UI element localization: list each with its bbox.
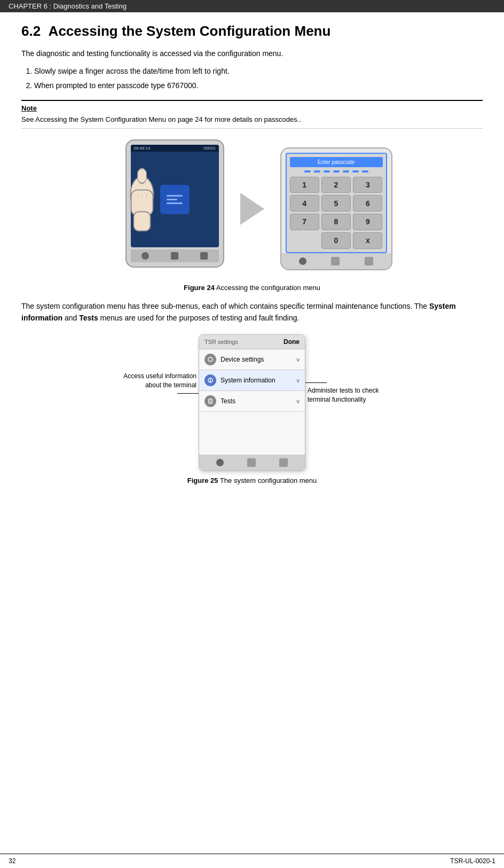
chapter-header-text: CHAPTER 6 : Diagnostics and Testing — [9, 2, 127, 10]
menu-item-tests[interactable]: Tests v — [199, 391, 305, 412]
config-menu-mockup: TSR settings Done Device settings v Syst… — [199, 334, 305, 471]
passcode-dot-2 — [314, 170, 320, 173]
config-menu-title: TSR settings — [204, 339, 238, 345]
config-bottom-icon-2 — [247, 458, 256, 467]
figure-24-caption-text: Accessing the configuration menu — [215, 284, 320, 292]
passcode-device-mockup: Enter passcode 1 2 3 4 5 6 — [280, 147, 392, 270]
page-number: 32 — [9, 857, 15, 865]
right-connector-line — [305, 382, 327, 383]
bold-tests: Tests — [79, 314, 98, 322]
key-2[interactable]: 2 — [321, 177, 351, 193]
passcode-screen: Enter passcode 1 2 3 4 5 6 — [286, 153, 387, 253]
config-menu-done[interactable]: Done — [284, 338, 300, 346]
device-settings-icon — [204, 354, 216, 365]
key-1[interactable]: 1 — [290, 177, 319, 193]
key-x[interactable]: x — [353, 232, 382, 249]
svg-point-13 — [210, 379, 211, 380]
config-menu-header: TSR settings Done — [199, 335, 305, 349]
figure-25-area: Access useful information about the term… — [21, 334, 483, 471]
swipe-device-figure: 08:46:14 00010 — [112, 139, 224, 278]
tests-chevron: v — [297, 398, 300, 404]
note-label: Note — [21, 104, 483, 112]
key-9[interactable]: 9 — [353, 214, 382, 230]
passcode-bottom-screen-icon — [365, 257, 373, 265]
svg-point-10 — [208, 357, 212, 362]
svg-rect-6 — [133, 212, 150, 231]
config-bottom-icon-3 — [279, 458, 288, 467]
right-connector — [305, 382, 327, 383]
device-settings-label: Device settings — [220, 356, 293, 363]
system-info-icon — [204, 374, 216, 386]
transition-arrow-icon — [240, 193, 264, 225]
key-8[interactable]: 8 — [321, 214, 351, 230]
page-footer: 32 TSR-UL-0020-1 — [0, 854, 504, 868]
figure-25-label: Figure 25 — [187, 476, 218, 484]
left-annotation: Access useful information about the term… — [113, 334, 199, 394]
svg-rect-14 — [209, 399, 212, 403]
tests-icon — [204, 395, 216, 407]
passcode-bottom-info-icon — [299, 257, 306, 265]
key-3[interactable]: 3 — [353, 177, 382, 193]
passcode-title: Enter passcode — [290, 157, 383, 167]
system-info-chevron: v — [297, 377, 300, 384]
tests-label: Tests — [220, 397, 293, 405]
hand-illustration — [107, 166, 171, 257]
passcode-dot-1 — [304, 170, 311, 173]
passcode-device-bottom-tray — [281, 253, 391, 269]
step-2: When prompted to enter passcode type 676… — [34, 80, 483, 91]
document-id: TSR-UL-0020-1 — [450, 857, 495, 865]
tray-icon-screen — [200, 252, 208, 260]
passcode-dot-4 — [333, 170, 340, 173]
left-connector — [177, 393, 199, 394]
config-bottom-icon-1 — [216, 459, 224, 466]
figure-25-caption: Figure 25 The system configuration menu — [21, 476, 483, 484]
key-6[interactable]: 6 — [353, 195, 382, 212]
passcode-keypad: 1 2 3 4 5 6 7 8 9 0 x — [290, 177, 383, 249]
tray-icon-phone — [171, 252, 178, 260]
passcode-dot-7 — [362, 170, 368, 173]
svg-rect-4 — [137, 169, 146, 183]
figure-24-area: 08:46:14 00010 — [21, 139, 483, 278]
system-info-label: System information — [220, 377, 293, 384]
section-title: 6.2 Accessing the System Configuration M… — [21, 23, 483, 40]
passcode-dot-6 — [352, 170, 359, 173]
config-menu-empty-space — [199, 412, 305, 455]
body-paragraph: The system configuration menu has three … — [21, 300, 483, 324]
key-7[interactable]: 7 — [290, 214, 319, 230]
right-annotation: Administer tests to check terminal funct… — [305, 334, 391, 404]
steps-list: Slowly swipe a finger across the date/ti… — [34, 66, 483, 91]
passcode-dots-row — [290, 170, 383, 173]
figure-24-label: Figure 24 — [184, 284, 215, 292]
passcode-bottom-phone-icon — [331, 257, 340, 265]
figure-25-caption-text: The system configuration menu — [218, 476, 317, 484]
finger-swipe-icon — [107, 166, 171, 255]
key-0[interactable]: 0 — [321, 232, 351, 249]
menu-item-device-settings[interactable]: Device settings v — [199, 349, 305, 370]
note-text: See Accessing the System Configuration M… — [21, 114, 483, 125]
device-settings-chevron: v — [297, 356, 300, 363]
config-menu-bottom-tray — [199, 455, 305, 471]
left-connector-line — [177, 393, 199, 394]
device-status-bar: 08:46:14 00010 — [131, 145, 219, 152]
menu-item-system-info[interactable]: System information v — [199, 370, 305, 391]
note-box: Note See Accessing the System Configurat… — [21, 100, 483, 129]
intro-paragraph: The diagnostic and testing functionality… — [21, 48, 483, 59]
key-4[interactable]: 4 — [290, 195, 319, 212]
main-content: 6.2 Accessing the System Configuration M… — [0, 12, 504, 514]
left-annotation-text: Access useful information about the term… — [113, 372, 196, 390]
right-annotation-text: Administer tests to check terminal funct… — [308, 386, 391, 404]
passcode-dot-5 — [343, 170, 349, 173]
key-5[interactable]: 5 — [321, 195, 351, 212]
passcode-dot-3 — [324, 170, 330, 173]
figure-24-caption: Figure 24 Accessing the configuration me… — [21, 284, 483, 292]
chapter-header: CHAPTER 6 : Diagnostics and Testing — [0, 0, 504, 12]
step-1: Slowly swipe a finger across the date/ti… — [34, 66, 483, 77]
